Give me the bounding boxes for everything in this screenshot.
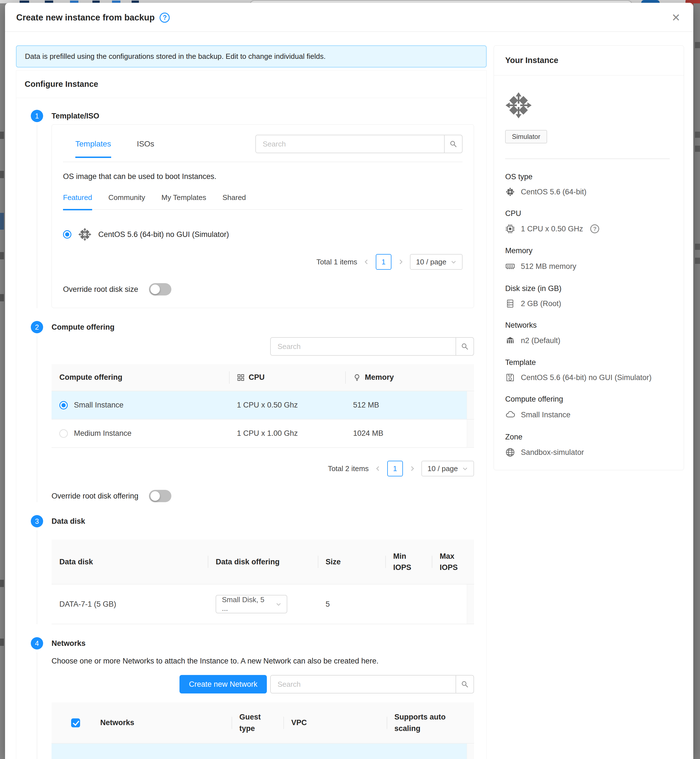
step-data-disk: 3 Data disk Data disk Data disk offering [31, 515, 486, 624]
compute-radio-small[interactable] [59, 401, 68, 410]
close-icon[interactable]: ✕ [672, 13, 680, 23]
offering-memory: 512 MB [345, 391, 467, 419]
create-instance-modal: Create new instance from backup ? ✕ Data… [5, 3, 693, 759]
network-row-n2[interactable]: + n2 Isolated Yes [52, 743, 474, 759]
background-text [0, 213, 4, 230]
help-icon[interactable]: ? [590, 224, 599, 233]
col-guest-type: Guest type [231, 703, 284, 743]
compute-search-input[interactable] [271, 338, 456, 355]
tab-isos[interactable]: ISOs [137, 139, 154, 149]
tab-templates[interactable]: Templates [75, 139, 111, 149]
step-connector [37, 530, 37, 624]
info-alert: Data is prefilled using the configuratio… [16, 45, 487, 67]
summary-disk-size: Disk size (in GB) 2 GB (Root) [505, 284, 673, 308]
page-size-value: 10 / page [416, 258, 446, 266]
networks-search-input[interactable] [271, 676, 456, 693]
table-scrollbar[interactable] [467, 585, 474, 624]
step-connector [37, 336, 37, 502]
networks-search [270, 675, 474, 693]
chevron-left-icon[interactable] [375, 465, 381, 472]
table-scrollbar[interactable] [467, 391, 474, 419]
template-save-icon [505, 373, 515, 382]
step-4-number: 4 [35, 639, 39, 648]
table-scrollbar[interactable] [467, 743, 474, 759]
compute-row-medium[interactable]: Medium Instance 1 CPU x 1.00 Ghz 1024 MB [52, 419, 474, 448]
pagination-page-1[interactable]: 1 [376, 254, 391, 270]
col-min-iops: Min IOPS [385, 541, 432, 582]
create-new-network-button[interactable]: Create new Network [180, 675, 267, 693]
override-root-disk-size-toggle[interactable] [149, 283, 171, 296]
summary-zone: Zone Sandbox-simulator [505, 433, 673, 457]
summary-label: Disk size (in GB) [505, 284, 673, 293]
summary-label: Compute offering [505, 395, 673, 404]
compute-row-small[interactable]: Small Instance 1 CPU x 0.50 Ghz 512 MB [52, 391, 474, 419]
col-networks: Networks [92, 709, 231, 736]
help-glyph: ? [162, 14, 167, 22]
page-size-value: 10 / page [428, 464, 458, 473]
data-disk-size: 5 [318, 590, 385, 618]
search-icon [460, 342, 470, 351]
help-icon[interactable]: ? [159, 13, 170, 23]
summary-label: Memory [505, 246, 673, 255]
search-button[interactable] [456, 338, 473, 355]
configure-instance-card: Configure Instance 1 Template/ISO [16, 70, 487, 759]
chevron-down-icon [276, 601, 281, 607]
data-disk-row: DATA-7-1 (5 GB) Small Disk, 5 ... 5 [52, 585, 474, 624]
step-1-number: 1 [35, 112, 39, 120]
chevron-down-icon [462, 466, 468, 471]
background-text [695, 42, 700, 48]
pagination-page-1[interactable]: 1 [387, 461, 403, 476]
network-autoscale: Yes [387, 753, 467, 759]
grid-icon [237, 374, 245, 382]
select-all-checkbox[interactable] [71, 718, 80, 727]
col-size: Size [318, 549, 385, 575]
table-scrollbar [467, 364, 474, 391]
table-scrollbar[interactable] [467, 419, 474, 447]
page-size-select[interactable]: 10 / page [410, 254, 462, 270]
template-option-row[interactable]: CentOS 5.6 (64-bit) no GUI (Simulator) [63, 228, 462, 241]
subtab-shared[interactable]: Shared [222, 193, 246, 202]
summary-value: CentOS 5.6 (64-bit) no GUI (Simulator) [521, 373, 652, 382]
step-networks: 4 Networks Choose one or more Networks t… [31, 637, 486, 759]
summary-label: OS type [505, 172, 673, 181]
summary-os-type: OS type [505, 172, 673, 196]
template-option-label: CentOS 5.6 (64-bit) no GUI (Simulator) [98, 230, 229, 239]
summary-compute-offering: Compute offering Small Instance [505, 395, 673, 420]
summary-value: 2 GB (Root) [521, 299, 561, 308]
networks-description: Choose one or more Networks to attach th… [52, 657, 486, 665]
offering-name: Small Instance [74, 401, 123, 410]
subtab-my-templates[interactable]: My Templates [162, 193, 206, 202]
page-size-select[interactable]: 10 / page [421, 461, 474, 476]
chevron-left-icon[interactable] [363, 259, 370, 265]
template-selector-card: Templates ISOs [52, 124, 474, 308]
col-vpc: VPC [283, 709, 386, 736]
data-disk-min-iops [385, 591, 432, 618]
chevron-right-icon[interactable] [398, 259, 404, 265]
offering-cpu: 1 CPU x 0.50 Ghz [229, 391, 345, 419]
compute-offering-table: Compute offering CPU Memory [52, 364, 474, 448]
data-disk-table: Data disk Data disk offering Size Min IO… [52, 540, 474, 624]
template-search-input[interactable] [256, 135, 444, 153]
background-text [695, 258, 700, 264]
chevron-right-icon[interactable] [409, 465, 415, 472]
summary-cpu: CPU 1 CPU x 0.50 GHz ? [505, 209, 673, 233]
background-text [0, 580, 4, 587]
search-button[interactable] [444, 135, 462, 153]
template-description: OS image that can be used to boot Instan… [63, 172, 462, 181]
step-1-indicator: 1 [31, 110, 43, 122]
col-memory-label: Memory [365, 373, 394, 382]
subtab-featured[interactable]: Featured [63, 193, 92, 202]
network-guest-type: Isolated [231, 753, 284, 759]
subtab-community[interactable]: Community [108, 193, 145, 202]
compute-radio-medium[interactable] [59, 429, 68, 438]
override-root-disk-offering-toggle[interactable] [149, 490, 171, 502]
search-button[interactable] [456, 676, 473, 693]
configure-title: Configure Instance [16, 70, 486, 98]
centos-logo-icon [78, 228, 92, 241]
step-2-number: 2 [35, 323, 39, 331]
summary-value: CentOS 5.6 (64-bit) [521, 188, 586, 196]
modal-title: Create new instance from backup [16, 13, 155, 23]
disk-offering-select[interactable]: Small Disk, 5 ... [216, 595, 287, 613]
col-cpu: CPU [229, 364, 345, 391]
template-radio[interactable] [63, 230, 71, 239]
